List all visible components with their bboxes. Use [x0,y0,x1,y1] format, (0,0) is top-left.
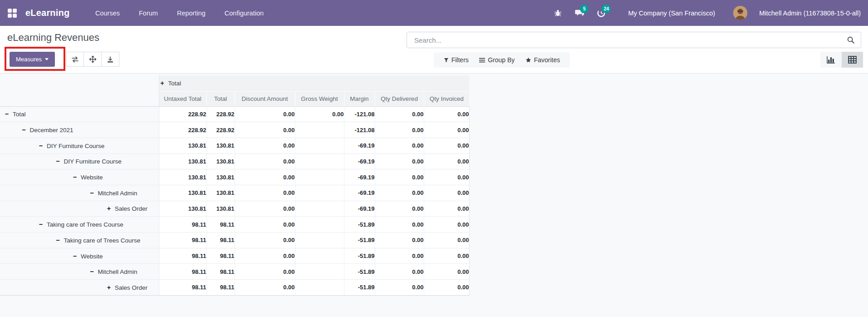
pivot-cell: 0.00 [375,154,424,169]
pivot-cell: 0.00 [235,138,295,154]
pivot-table: +Total Untaxed TotalTotalDiscount Amount… [0,75,470,296]
pivot-cell: 130.81 [159,154,206,169]
pivot-cell: 0.00 [375,185,424,201]
collapse-row-icon[interactable]: − [55,158,61,165]
collapse-row-icon[interactable]: − [89,268,95,275]
favorite-star-icon [525,57,531,63]
group-by-button[interactable]: Group By [479,56,515,64]
flip-axis-icon [71,56,79,63]
apps-menu-icon[interactable] [8,9,17,18]
pivot-cell: -51.89 [344,217,375,233]
pivot-cell: 130.81 [159,185,206,201]
pivot-cell: 0.00 [375,280,424,296]
expand-all-button[interactable] [84,52,102,67]
pivot-cell: -69.19 [344,185,375,201]
menu-forum[interactable]: Forum [139,10,158,17]
page-title: eLearning Revenues [7,32,99,44]
row-label[interactable]: −Website [0,169,159,185]
pivot-cell: 98.11 [206,217,235,233]
collapse-row-icon[interactable]: − [89,189,95,197]
filter-funnel-icon [444,58,449,63]
row-label[interactable]: −December 2021 [0,122,159,138]
view-chart-button[interactable] [820,52,842,68]
favorites-label: Favorites [534,56,560,64]
row-label[interactable]: −Website [0,248,159,264]
measure-header[interactable]: Discount Amount [235,91,295,106]
measure-header[interactable]: Untaxed Total [159,91,206,106]
col-group-label: Total [168,80,181,87]
row-label[interactable]: −Total [0,106,159,122]
pivot-cell: 0.00 [375,201,424,217]
pivot-cell: 0.00 [424,217,469,233]
collapse-row-icon[interactable]: − [72,173,78,181]
expand-row-icon[interactable]: + [106,284,112,291]
flip-axis-button[interactable] [66,52,84,67]
navbar-right: 5 24 My Company (San Francisco) Mitchell… [553,6,861,20]
measure-header[interactable]: Qty Invoiced [424,91,469,106]
menu-courses[interactable]: Courses [95,10,120,17]
pivot-cell: 0.00 [295,106,344,122]
row-label[interactable]: −Mitchell Admin [0,264,159,280]
pivot-cell: 0.00 [375,122,424,138]
measures-button[interactable]: Measures [10,52,55,67]
measure-header[interactable]: Gross Weight [295,91,344,106]
pivot-cell: 0.00 [424,138,469,154]
pivot-cell: 98.11 [206,233,235,248]
pivot-cell [295,185,344,201]
pivot-cell: 0.00 [375,138,424,154]
pivot-corner [0,75,159,91]
col-group-header[interactable]: +Total [159,75,469,91]
messages-icon[interactable]: 5 [574,8,584,18]
row-label[interactable]: +Sales Order [0,201,159,217]
user-name[interactable]: Mitchell Admin (11673808-15-0-all) [759,10,861,17]
expand-column-icon[interactable]: + [159,79,166,87]
company-name[interactable]: My Company (San Francisco) [628,10,715,17]
measure-header[interactable]: Qty Delivered [375,91,424,106]
row-label[interactable]: −Mitchell Admin [0,185,159,201]
measure-header[interactable]: Margin [344,91,375,106]
pivot-cell: 0.00 [424,248,469,264]
menu-configuration[interactable]: Configuration [225,10,264,17]
navbar: eLearning CoursesForumReportingConfigura… [0,0,868,26]
row-label[interactable]: −DIY Furniture Course [0,138,159,154]
row-label[interactable]: +Sales Order [0,280,159,296]
row-label[interactable]: −Taking care of Trees Course [0,233,159,248]
pivot-cell: 0.00 [235,201,295,217]
app-name[interactable]: eLearning [25,8,69,18]
collapse-row-icon[interactable]: − [21,126,27,134]
navbar-menus: CoursesForumReportingConfiguration [95,10,264,17]
pivot-cell: -51.89 [344,233,375,248]
favorites-button[interactable]: Favorites [525,56,560,64]
collapse-row-icon[interactable]: − [55,237,61,244]
pivot-cell: 0.00 [424,201,469,217]
collapse-row-icon[interactable]: − [4,110,10,118]
pivot-cell: 98.11 [159,217,206,233]
avatar[interactable] [733,6,747,20]
collapse-row-icon[interactable]: − [38,142,44,149]
search-input[interactable] [413,36,847,45]
filters-button[interactable]: Filters [444,56,469,64]
expand-row-icon[interactable]: + [106,205,112,212]
pivot-cell: 0.00 [375,217,424,233]
row-label[interactable]: −Taking care of Trees Course [0,217,159,233]
menu-reporting[interactable]: Reporting [177,10,206,17]
filter-bar: Filters Group By Favorites [434,52,570,68]
activities-icon[interactable]: 24 [596,8,606,18]
search-icon[interactable] [847,36,855,44]
download-button[interactable] [102,52,119,67]
bug-icon[interactable] [553,8,563,18]
pivot-cell [295,169,344,185]
table-row: −Mitchell Admin98.1198.110.00-51.890.000… [0,264,469,280]
pivot-cell [295,122,344,138]
row-label[interactable]: −DIY Furniture Course [0,154,159,169]
pivot-cell: 98.11 [159,264,206,280]
pivot-cell: -69.19 [344,169,375,185]
collapse-row-icon[interactable]: − [72,253,78,260]
bar-chart-icon [827,56,835,64]
pivot-measures-row: Untaxed TotalTotalDiscount AmountGross W… [0,91,469,106]
measure-header[interactable]: Total [206,91,235,106]
collapse-row-icon[interactable]: − [38,221,44,228]
pivot-grid-icon [848,56,857,64]
table-row: −Taking care of Trees Course98.1198.110.… [0,233,469,248]
view-pivot-button[interactable] [842,52,863,68]
